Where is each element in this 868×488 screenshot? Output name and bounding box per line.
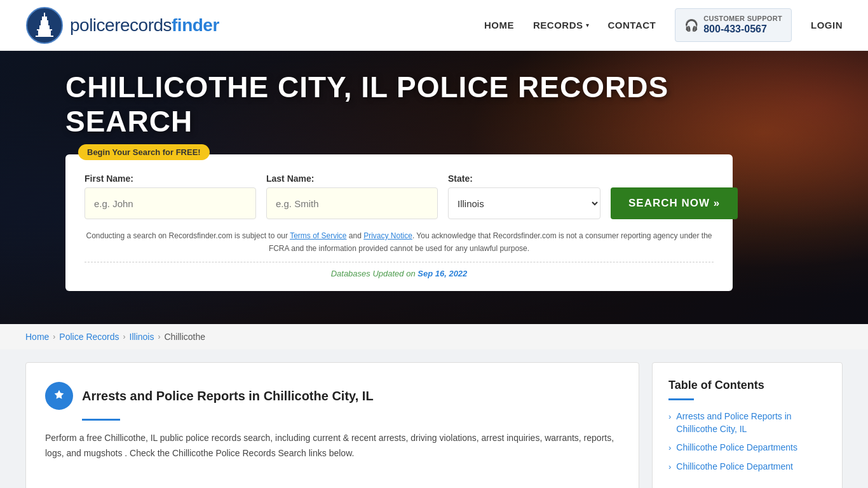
section-title: Arrests and Police Reports in Chillicoth… [82, 389, 374, 403]
state-label: State: [448, 173, 600, 184]
breadcrumb-illinois[interactable]: Illinois [130, 332, 154, 342]
main-nav: HOME RECORDS ▾ CONTACT 🎧 CUSTOMER SUPPOR… [484, 8, 843, 42]
breadcrumb-police-records[interactable]: Police Records [59, 332, 119, 342]
hero-title: CHILLICOTHE CITY, IL POLICE RECORDS SEAR… [65, 70, 803, 139]
breadcrumb-home[interactable]: Home [25, 332, 49, 342]
nav-home[interactable]: HOME [484, 20, 514, 30]
db-label: Databases Updated on [331, 269, 416, 278]
search-button[interactable]: SEARCH NOW » [611, 187, 738, 219]
toc-link[interactable]: Arrests and Police Reports in Chillicoth… [676, 410, 826, 435]
breadcrumb-sep-1: › [53, 332, 55, 341]
toc-chevron-icon: › [668, 443, 671, 452]
toc-title: Table of Contents [668, 379, 826, 392]
hero-content: CHILLICOTHE CITY, IL POLICE RECORDS SEAR… [53, 51, 815, 304]
toc-link[interactable]: Chillicothe Police Departments [676, 442, 797, 454]
first-name-label: First Name: [85, 173, 256, 184]
search-card: Begin Your Search for FREE! First Name: … [65, 154, 733, 291]
section-header: Arrests and Police Reports in Chillicoth… [45, 382, 620, 410]
nav-login[interactable]: LOGIN [811, 20, 843, 30]
section-body: Perform a free Chillicothe, IL public po… [45, 431, 620, 461]
customer-support-box[interactable]: 🎧 CUSTOMER SUPPORT 800-433-0567 [675, 8, 792, 42]
content-right: Table of Contents ›Arrests and Police Re… [652, 362, 843, 488]
headset-icon: 🎧 [684, 18, 698, 32]
first-name-input[interactable] [85, 187, 256, 219]
last-name-group: Last Name: [266, 173, 438, 219]
logo-text: policerecordsfinder [70, 15, 219, 36]
support-info: CUSTOMER SUPPORT 800-433-0567 [703, 14, 782, 36]
privacy-link[interactable]: Privacy Notice [363, 231, 412, 240]
badge-icon [52, 389, 66, 403]
logo-icon [25, 6, 64, 44]
support-label: CUSTOMER SUPPORT [703, 14, 782, 23]
toc-divider [668, 398, 694, 400]
tos-link[interactable]: Terms of Service [290, 231, 346, 240]
toc-item: ›Chillicothe Police Departments [668, 442, 826, 454]
state-select[interactable]: Illinois Alabama Alaska Arizona Californ… [448, 187, 600, 219]
disclaimer-text: Conducting a search on Recordsfinder.com… [85, 229, 714, 255]
records-chevron-icon: ▾ [586, 22, 589, 29]
toc-chevron-icon: › [668, 412, 671, 421]
breadcrumb-sep-2: › [123, 332, 126, 341]
db-date: Sep 16, 2022 [417, 269, 467, 278]
svg-rect-7 [36, 36, 53, 37]
content-left: Arrests and Police Reports in Chillicoth… [25, 362, 639, 488]
support-phone: 800-433-0567 [703, 23, 782, 36]
hero-section: CHILLICOTHE CITY, IL POLICE RECORDS SEAR… [0, 51, 868, 324]
state-group: State: Illinois Alabama Alaska Arizona C… [448, 173, 600, 219]
site-header: policerecordsfinder HOME RECORDS ▾ CONTA… [0, 0, 868, 51]
toc-list: ›Arrests and Police Reports in Chillicot… [668, 410, 826, 473]
first-name-group: First Name: [85, 173, 256, 219]
search-fields: First Name: Last Name: State: Illinois A… [85, 173, 714, 219]
svg-rect-6 [37, 29, 52, 30]
free-badge: Begin Your Search for FREE! [78, 144, 210, 160]
breadcrumb-current: Chillicothe [164, 332, 205, 342]
svg-rect-5 [44, 13, 45, 18]
nav-contact[interactable]: CONTACT [608, 20, 656, 30]
main-content: Arrests and Police Reports in Chillicoth… [0, 349, 868, 488]
toc-chevron-icon: › [668, 462, 671, 471]
nav-records[interactable]: RECORDS [533, 20, 583, 30]
breadcrumb-sep-3: › [158, 332, 160, 341]
section-divider [82, 419, 120, 421]
last-name-label: Last Name: [266, 173, 438, 184]
toc-link[interactable]: Chillicothe Police Department [676, 461, 793, 473]
last-name-input[interactable] [266, 187, 438, 219]
logo[interactable]: policerecordsfinder [25, 6, 219, 44]
badge-icon-circle [45, 382, 73, 410]
toc-item: ›Arrests and Police Reports in Chillicot… [668, 410, 826, 435]
breadcrumb: Home › Police Records › Illinois › Chill… [0, 324, 868, 349]
toc-item: ›Chillicothe Police Department [668, 461, 826, 473]
db-updated: Databases Updated on Sep 16, 2022 [85, 262, 714, 278]
nav-records-container[interactable]: RECORDS ▾ [533, 20, 589, 30]
